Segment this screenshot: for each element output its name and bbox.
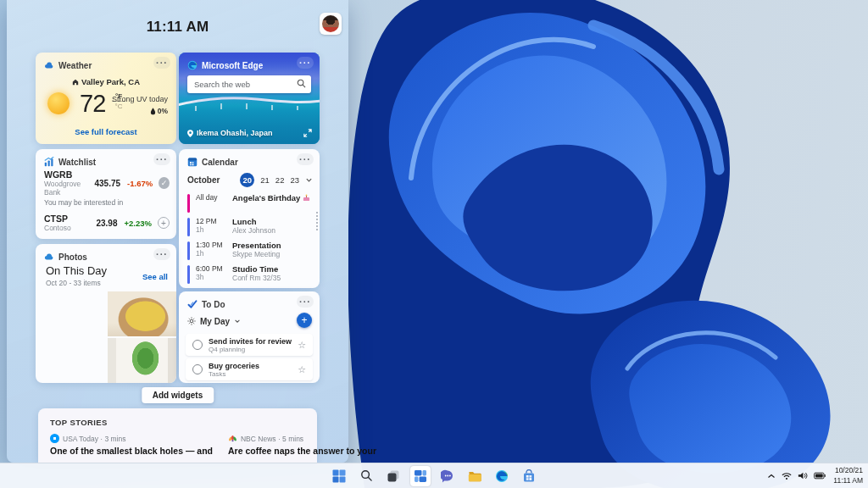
system-tray: 10/20/21 11:11 AM [767, 466, 863, 485]
wifi-icon [782, 472, 792, 480]
taskbar-search-button[interactable] [356, 466, 376, 486]
calendar-date[interactable]: 22 [275, 175, 285, 185]
avatar-image-icon [322, 15, 339, 32]
calendar-event[interactable]: 1:30 PM 1h Presentation Skype Meeting [187, 241, 313, 261]
star-icon[interactable]: ☆ [298, 365, 306, 374]
file-explorer-button[interactable] [465, 466, 485, 486]
usa-today-favicon [50, 434, 59, 443]
photos-widget[interactable]: Photos ··· On This Day Oct 20 - 33 items… [36, 244, 176, 383]
volume-status[interactable] [798, 471, 808, 480]
stock-company: Woodgrove Bank [44, 180, 95, 197]
stock-symbol: CTSP [44, 214, 96, 224]
event-color-bar [187, 241, 190, 260]
weather-forecast-link[interactable]: See full forecast [36, 127, 176, 136]
weather-menu-button[interactable]: ··· [153, 57, 170, 69]
battery-status[interactable] [814, 472, 826, 480]
todo-list-label: My Day [200, 317, 230, 326]
sun-icon [47, 92, 70, 114]
top-stories-card: TOP STORIES USA Today · 3 mins One of th… [38, 408, 317, 463]
calendar-scroll-indicator[interactable] [316, 212, 318, 230]
watchlist-title: Watchlist [58, 158, 96, 167]
todo-menu-button[interactable]: ··· [297, 296, 314, 308]
star-icon[interactable]: ☆ [298, 341, 306, 350]
edge-title: Microsoft Edge [202, 61, 263, 70]
calendar-event[interactable]: All day Angela's Birthday [187, 193, 313, 214]
speaker-icon [798, 471, 808, 480]
add-widgets-button[interactable]: Add widgets [142, 387, 214, 403]
store-bag-icon [522, 469, 536, 483]
photo-thumbnail[interactable] [108, 338, 176, 383]
calendar-date[interactable]: 23 [290, 175, 299, 185]
photos-widget-header: Photos [44, 250, 170, 263]
watchlist-row[interactable]: WGRB Woodgrove Bank 435.75 -1.67% ✓ [44, 172, 170, 194]
event-color-bar [187, 194, 190, 213]
edge-widget[interactable]: Microsoft Edge ··· Ikema Ohashi, Japan [179, 53, 320, 144]
task-list-name: Q4 planning [209, 346, 292, 353]
todo-task[interactable]: Buy groceries Tasks ☆ [186, 358, 313, 380]
task-checkbox[interactable] [192, 340, 203, 350]
start-button[interactable] [329, 466, 349, 486]
droplet-icon [150, 108, 156, 115]
hidden-icons-chevron[interactable] [767, 473, 776, 480]
chevron-up-icon [767, 473, 776, 480]
edge-menu-button[interactable]: ··· [297, 57, 314, 69]
calendar-menu-button[interactable]: ··· [297, 153, 314, 165]
edge-search-input[interactable] [187, 75, 311, 93]
expand-icon[interactable] [303, 129, 312, 137]
watchlist-row[interactable]: CTSP Contoso 23.98 +2.23% + [44, 212, 170, 234]
todo-widget[interactable]: To Do ··· My Day + Send invites for revi… [179, 291, 320, 383]
todo-title: To Do [202, 300, 225, 309]
widgets-button[interactable] [410, 466, 431, 486]
calendar-event[interactable]: 6:00 PM 3h Studio Time Conf Rm 32/35 [187, 264, 313, 285]
calendar-event[interactable]: 12 PM 1h Lunch Alex Johnson [187, 217, 313, 237]
add-task-button[interactable]: + [297, 313, 312, 328]
calendar-date-selected[interactable]: 20 [240, 173, 254, 187]
news-story[interactable]: USA Today · 3 mins One of the smallest b… [50, 434, 213, 456]
stock-symbol: WGRB [44, 169, 95, 180]
edge-browser-button[interactable] [492, 466, 512, 486]
weather-precipitation: 0% [150, 107, 168, 115]
event-color-bar [187, 218, 190, 236]
weather-title: Weather [58, 61, 92, 70]
todo-list-selector[interactable]: My Day [187, 313, 313, 329]
task-view-button[interactable] [383, 466, 403, 486]
desktop: 11:11 AM Weather ··· Valley Park, CA 72 … [0, 0, 868, 488]
taskbar-clock[interactable]: 10/20/21 11:11 AM [832, 466, 863, 485]
photos-menu-button[interactable]: ··· [153, 248, 170, 260]
calendar-title: Calendar [202, 158, 238, 167]
task-texts: Send invites for review Q4 planning [209, 337, 292, 353]
stock-price: 435.75 [95, 179, 121, 188]
todo-task[interactable]: Send invites for review Q4 planning ☆ [186, 334, 313, 356]
story-headline[interactable]: One of the smallest black holes — and [50, 446, 213, 456]
story-headline[interactable]: Are coffee naps the answer to your [228, 446, 376, 456]
task-title: Send invites for review [209, 337, 292, 346]
chat-button[interactable] [437, 466, 458, 486]
account-avatar[interactable] [320, 13, 342, 35]
watchlist-add-button[interactable]: + [158, 217, 170, 229]
network-status[interactable] [782, 472, 792, 480]
stock-names: WGRB Woodgrove Bank [44, 169, 95, 197]
watchlist-widget[interactable]: Watchlist ··· WGRB Woodgrove Bank 435.75… [36, 149, 176, 239]
photo-thumbnail[interactable] [36, 291, 106, 383]
watchlist-menu-button[interactable]: ··· [153, 153, 170, 165]
widgets-icon [414, 469, 427, 483]
calendar-widget[interactable]: Calendar ··· October 20 21 22 23 All day [179, 149, 320, 288]
tray-time: 11:11 AM [833, 476, 863, 485]
calendar-date[interactable]: 21 [260, 175, 270, 185]
top-stories-heading: TOP STORIES [50, 418, 305, 427]
story-meta: USA Today · 3 mins [50, 434, 213, 443]
photos-see-all-link[interactable]: See all [142, 272, 168, 281]
photo-thumbnail[interactable] [108, 291, 176, 336]
task-checkbox[interactable] [192, 364, 203, 374]
news-story[interactable]: NBC News · 5 mins Are coffee naps the an… [228, 434, 376, 456]
edge-photo-caption: Ikema Ohashi, Japan [187, 129, 273, 137]
task-list-name: Tasks [209, 370, 292, 378]
weather-widget[interactable]: Weather ··· Valley Park, CA 72 °F °C Str… [36, 53, 176, 144]
chat-bubble-icon [441, 469, 454, 483]
watchlist-added-button[interactable]: ✓ [159, 177, 170, 189]
todo-check-icon [187, 299, 198, 309]
chevron-down-icon[interactable] [305, 176, 313, 184]
microsoft-store-button[interactable] [519, 466, 539, 486]
taskbar-center-icons [329, 466, 539, 486]
search-icon[interactable] [297, 79, 306, 88]
